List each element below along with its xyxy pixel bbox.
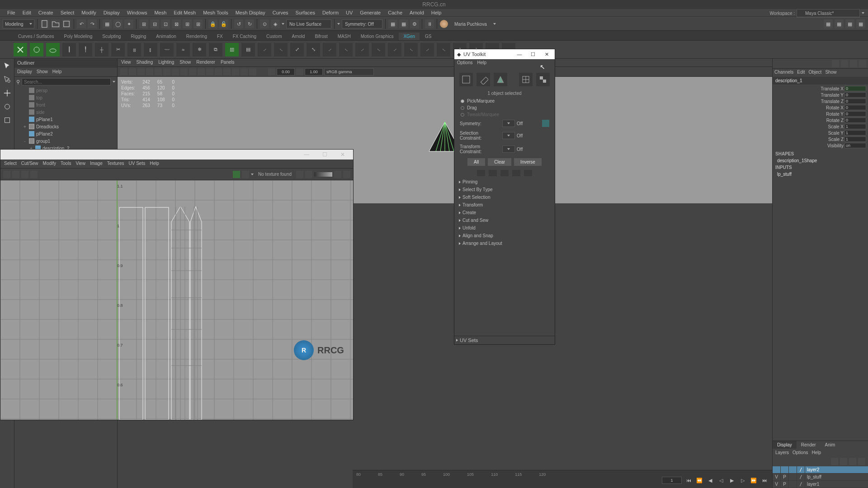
workspace-dropdown[interactable]: Maya Classic* (797, 9, 860, 17)
render-button[interactable]: ▦ (388, 19, 397, 28)
vp-motion-blur[interactable] (232, 68, 239, 75)
expand-icon[interactable]: - (23, 139, 27, 144)
attr-value[interactable]: 0 (844, 86, 866, 91)
vp-shadows[interactable] (215, 68, 222, 75)
xgen-tool-b[interactable]: ⟍ (274, 43, 288, 56)
current-frame-input[interactable] (662, 477, 682, 484)
shelf-tab-motion-graphics[interactable]: Motion Graphics (356, 33, 398, 40)
attr-value[interactable]: 1 (844, 136, 866, 142)
shelf-tab-bifrost[interactable]: Bifrost (310, 33, 332, 40)
outliner-item-Dreadlocks[interactable]: +Dreadlocks (14, 123, 117, 130)
outliner-item-group1[interactable]: -group1 (14, 137, 117, 145)
vp-gamma-input[interactable] (305, 68, 323, 75)
lasso-select-button[interactable]: ◯ (113, 19, 123, 28)
section-transform[interactable]: Transform (457, 201, 552, 209)
layer-playback[interactable]: P (781, 481, 789, 488)
vp-exposure-icon[interactable] (268, 68, 275, 75)
vp-wireframe[interactable] (180, 68, 188, 75)
snap-grid-button[interactable]: ⊞ (139, 19, 148, 28)
uv-grid-toggle[interactable] (519, 73, 533, 86)
toggle-channelbox[interactable] (832, 60, 839, 67)
toggle-tool-settings[interactable] (850, 60, 857, 67)
undo-button[interactable]: ↶ (77, 19, 86, 28)
layer-layer1[interactable]: VP/layer1 (773, 481, 868, 488)
play-forward-button[interactable]: ▶ (728, 476, 736, 484)
section-unfold[interactable]: Unfold (457, 224, 552, 232)
menu-cache[interactable]: Cache (384, 9, 406, 17)
menu-help[interactable]: Help (428, 9, 445, 17)
shelf-tab-arnold[interactable]: Arnold (287, 33, 309, 40)
paint-select-button[interactable]: ✦ (124, 19, 133, 28)
xgen-mask-button[interactable]: ▤ (241, 43, 255, 56)
open-scene-button[interactable] (51, 19, 60, 28)
attr-value[interactable]: 0 (844, 111, 866, 117)
symmetry-dropdown[interactable]: Symmetry: Off (342, 19, 382, 28)
menu-surfaces[interactable]: Surfaces (292, 9, 319, 17)
vp-ao[interactable] (223, 68, 231, 75)
filter-icon[interactable]: ⚲ (16, 79, 20, 85)
layer-color[interactable] (789, 481, 797, 488)
inverse-button[interactable]: Inverse (514, 158, 542, 166)
sel-constraint-dropdown[interactable] (502, 132, 515, 139)
menu-mesh-tools[interactable]: Mesh Tools (199, 9, 231, 17)
trans-constraint-dropdown[interactable] (502, 145, 515, 153)
shelf-tab-fx[interactable]: FX (212, 33, 227, 40)
uv-menu-image[interactable]: Image (90, 161, 103, 167)
toggle-modeling-toolkit[interactable] (859, 60, 866, 67)
layer-visibility[interactable] (773, 466, 781, 474)
xgen-comb-button[interactable]: ⫼ (127, 43, 141, 56)
vp-menu-view[interactable]: View (121, 60, 131, 66)
attr-value[interactable]: 0 (844, 92, 866, 98)
menu-arnold[interactable]: Arnold (406, 9, 428, 17)
panel-toggle-1[interactable]: ▦ (824, 19, 833, 28)
panel-toggle-2[interactable]: ▦ (835, 19, 844, 28)
make-live-button[interactable]: ◈ (271, 19, 280, 28)
cb-menu-show[interactable]: Show (825, 70, 836, 76)
layer-color[interactable] (789, 466, 797, 474)
layer-lp_stuff[interactable]: VP/lp_stuff (773, 474, 868, 481)
xgen-tool-i[interactable]: ⟋ (388, 43, 401, 56)
attr-value[interactable]: 1 (844, 124, 866, 129)
go-to-end-button[interactable]: ⏭ (760, 476, 769, 484)
lasso-tool[interactable] (2, 74, 13, 85)
uv-edge-icon[interactable] (494, 73, 507, 86)
outliner-menu-show[interactable]: Show (37, 69, 48, 75)
shelf-tab-xgen[interactable]: XGen (399, 33, 420, 40)
layer-playback[interactable] (781, 466, 789, 474)
outliner-search-input[interactable] (22, 78, 111, 85)
menu-create[interactable]: Create (35, 9, 57, 17)
xgen-tool-l[interactable]: ⟍ (437, 43, 450, 56)
uv-checker-button[interactable] (233, 171, 240, 178)
uv-sets-section[interactable]: UV Sets (454, 336, 555, 344)
xgen-freeze-button[interactable]: ❄ (193, 43, 206, 56)
menu-file[interactable]: File (4, 9, 19, 17)
menu-windows[interactable]: Windows (123, 9, 151, 17)
convert-vertex[interactable] (477, 170, 485, 176)
outliner-menu-help[interactable]: Help (52, 69, 62, 75)
uv-slider[interactable] (314, 172, 332, 177)
vp-exposure-input[interactable] (277, 68, 295, 75)
outliner-item-top[interactable]: top (14, 94, 117, 101)
vp-menu-panels[interactable]: Panels (221, 60, 235, 66)
menu-mesh[interactable]: Mesh (151, 9, 170, 17)
uv-snapshot-button[interactable] (3, 171, 10, 178)
select-mode-button[interactable]: ▦ (103, 19, 112, 28)
vp-textured[interactable] (198, 68, 205, 75)
uv-prev-button[interactable] (334, 171, 341, 178)
vp-smooth-shade[interactable] (189, 68, 196, 75)
symmetry-dropdown[interactable] (502, 120, 515, 127)
uv-menu-select[interactable]: Select (4, 161, 17, 167)
convert-shell[interactable] (524, 170, 532, 176)
xgen-clump-button[interactable]: ⧉ (209, 43, 222, 56)
outliner-item-side[interactable]: side (14, 108, 117, 116)
shelf-tab-gs[interactable]: GS (420, 33, 436, 40)
shelf-tab-sculpting[interactable]: Sculpting (98, 33, 125, 40)
layer-playback[interactable]: P (781, 474, 789, 481)
move-down-button[interactable] (858, 458, 865, 465)
lock-button[interactable]: 🔒 (208, 19, 217, 28)
menu-curves[interactable]: Curves (269, 9, 292, 17)
xgen-guide-button[interactable]: ┃ (62, 43, 76, 56)
shelf-tab-rendering[interactable]: Rendering (182, 33, 212, 40)
new-scene-button[interactable] (40, 19, 49, 28)
xgen-width-button[interactable]: ┼ (95, 43, 108, 56)
